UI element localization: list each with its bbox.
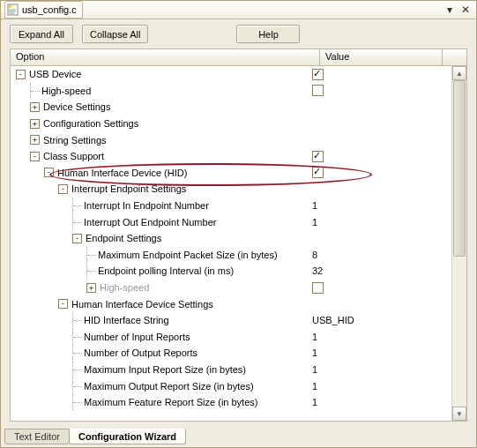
row-config-settings[interactable]: +Configuration Settings bbox=[11, 116, 452, 132]
dropdown-button[interactable]: ▾ bbox=[443, 3, 457, 17]
row-device-settings[interactable]: +Device Settings bbox=[11, 99, 452, 116]
row-ep-settings[interactable]: -Endpoint Settings bbox=[11, 230, 452, 247]
row-max-ep-pkt[interactable]: Maximum Endpoint Packet Size (in bytes) … bbox=[11, 247, 452, 264]
file-tab-label: usb_config.c bbox=[22, 4, 77, 15]
help-button[interactable]: Help bbox=[236, 25, 300, 43]
row-hid-if-str[interactable]: HID Interface String USB_HID bbox=[11, 312, 452, 329]
scroll-up-button[interactable]: ▲ bbox=[452, 66, 466, 80]
row-num-out-rep[interactable]: Number of Output Reports 1 bbox=[11, 345, 452, 362]
value-max-in-rep[interactable]: 1 bbox=[312, 364, 317, 375]
value-max-feat-rep[interactable]: 1 bbox=[312, 397, 317, 407]
svg-rect-1 bbox=[9, 5, 11, 8]
row-int-in-ep[interactable]: Interrupt In Endpoint Number 1 bbox=[11, 198, 452, 214]
bottom-tab-strip: Text Editor Configuration Wizard bbox=[1, 425, 476, 447]
value-hid-if-str[interactable]: USB_HID bbox=[312, 315, 354, 325]
expand-icon[interactable]: + bbox=[30, 119, 40, 129]
toolbar: Expand All Collapse All Help bbox=[1, 19, 476, 49]
config-window: usb_config.c ▾ ✕ Expand All Collapse All… bbox=[0, 0, 477, 448]
value-num-out-rep[interactable]: 1 bbox=[312, 347, 317, 358]
collapse-icon[interactable]: - bbox=[58, 184, 68, 194]
label-usb-device: USB Device bbox=[29, 69, 81, 79]
scrollbar[interactable]: ▲ ▼ bbox=[451, 66, 466, 421]
scroll-down-button[interactable]: ▼ bbox=[452, 407, 466, 421]
row-ep-poll[interactable]: Endpoint polling Interval (in ms) 32 bbox=[11, 263, 452, 280]
expand-all-button[interactable]: Expand All bbox=[10, 25, 73, 43]
scroll-thumb[interactable] bbox=[453, 80, 466, 257]
value-max-out-rep[interactable]: 1 bbox=[312, 381, 317, 392]
collapse-icon[interactable]: - bbox=[72, 234, 82, 243]
row-hid-settings[interactable]: -Human Interface Device Settings bbox=[11, 295, 452, 312]
label-int-ep-settings: Interrupt Endpoint Settings bbox=[71, 183, 186, 194]
label-max-ep-pkt: Maximum Endpoint Packet Size (in bytes) bbox=[98, 250, 278, 260]
row-high-speed[interactable]: High-speed bbox=[11, 83, 452, 100]
col-value-header[interactable]: Value bbox=[320, 49, 443, 65]
collapse-icon[interactable]: - bbox=[16, 70, 26, 79]
label-high-speed: High-speed bbox=[41, 86, 91, 96]
row-usb-device[interactable]: -USB Device bbox=[11, 66, 452, 83]
collapse-icon[interactable]: - bbox=[58, 299, 68, 309]
value-max-ep-pkt[interactable]: 8 bbox=[312, 250, 317, 260]
collapse-icon[interactable]: - bbox=[30, 152, 40, 161]
check-hid[interactable] bbox=[312, 167, 324, 178]
check-usb-device[interactable] bbox=[312, 69, 324, 80]
value-int-in-ep[interactable]: 1 bbox=[312, 200, 317, 211]
close-button[interactable]: ✕ bbox=[458, 3, 473, 17]
row-max-out-rep[interactable]: Maximum Output Report Size (in bytes) 1 bbox=[11, 377, 452, 394]
tree-panel: Option Value -USB Device High-speed bbox=[10, 49, 467, 422]
value-int-out-ep[interactable]: 1 bbox=[312, 217, 317, 228]
label-ep-settings: Endpoint Settings bbox=[86, 233, 161, 243]
label-hid: Human Interface Device (HID) bbox=[57, 168, 187, 178]
label-class-support: Class Support bbox=[43, 151, 104, 161]
titlebar: usb_config.c ▾ ✕ bbox=[1, 1, 476, 19]
row-num-in-rep[interactable]: Number of Input Reports 1 bbox=[11, 329, 452, 346]
file-tab[interactable]: usb_config.c bbox=[4, 1, 83, 19]
label-num-in-rep: Number of Input Reports bbox=[84, 332, 190, 342]
column-headers: Option Value bbox=[11, 49, 466, 66]
label-max-feat-rep: Maximum Feature Report Size (in bytes) bbox=[84, 397, 257, 407]
label-int-in-ep: Interrupt In Endpoint Number bbox=[84, 200, 209, 211]
row-int-ep-settings[interactable]: -Interrupt Endpoint Settings bbox=[11, 181, 452, 198]
row-int-out-ep[interactable]: Interrupt Out Endpoint Number 1 bbox=[11, 213, 452, 230]
value-ep-poll[interactable]: 32 bbox=[312, 265, 323, 276]
row-string-settings[interactable]: +String Settings bbox=[11, 131, 452, 148]
expand-icon[interactable]: + bbox=[30, 135, 40, 145]
label-num-out-rep: Number of Output Reports bbox=[84, 347, 198, 358]
collapse-icon[interactable]: - bbox=[44, 168, 54, 177]
label-ep-poll: Endpoint polling Interval (in ms) bbox=[98, 265, 234, 276]
check-class-support[interactable] bbox=[312, 151, 324, 162]
expand-icon[interactable]: + bbox=[30, 102, 40, 112]
value-num-in-rep[interactable]: 1 bbox=[312, 332, 317, 342]
tree-area: -USB Device High-speed +Device Settings … bbox=[11, 66, 466, 421]
label-device-settings: Device Settings bbox=[43, 101, 110, 112]
collapse-all-button[interactable]: Collapse All bbox=[82, 25, 148, 43]
check-high-speed[interactable] bbox=[312, 85, 324, 96]
tree-rows: -USB Device High-speed +Device Settings … bbox=[11, 66, 452, 421]
label-int-out-ep: Interrupt Out Endpoint Number bbox=[84, 217, 216, 228]
row-hid[interactable]: -Human Interface Device (HID) bbox=[11, 165, 452, 182]
row-max-in-rep[interactable]: Maximum Input Report Size (in bytes) 1 bbox=[11, 362, 452, 378]
row-class-support[interactable]: -Class Support bbox=[11, 148, 452, 165]
label-max-out-rep: Maximum Output Report Size (in bytes) bbox=[84, 381, 254, 392]
label-hid-settings: Human Interface Device Settings bbox=[71, 299, 213, 310]
tab-config-wizard[interactable]: Configuration Wizard bbox=[69, 429, 186, 444]
label-string-settings: String Settings bbox=[43, 135, 107, 146]
label-max-in-rep: Maximum Input Report Size (in bytes) bbox=[84, 364, 246, 375]
col-option-header[interactable]: Option bbox=[11, 49, 320, 65]
row-high-speed-2: +High-speed bbox=[11, 280, 452, 296]
expand-icon[interactable]: + bbox=[86, 283, 96, 293]
label-hid-if-str: HID Interface String bbox=[84, 315, 169, 325]
row-max-feat-rep[interactable]: Maximum Feature Report Size (in bytes) 1 bbox=[11, 394, 452, 411]
tab-text-editor[interactable]: Text Editor bbox=[4, 429, 70, 444]
check-high-speed-2 bbox=[312, 282, 324, 294]
label-high-speed-2: High-speed bbox=[100, 282, 149, 293]
file-c-icon bbox=[7, 4, 19, 16]
label-config-settings: Configuration Settings bbox=[43, 118, 138, 129]
